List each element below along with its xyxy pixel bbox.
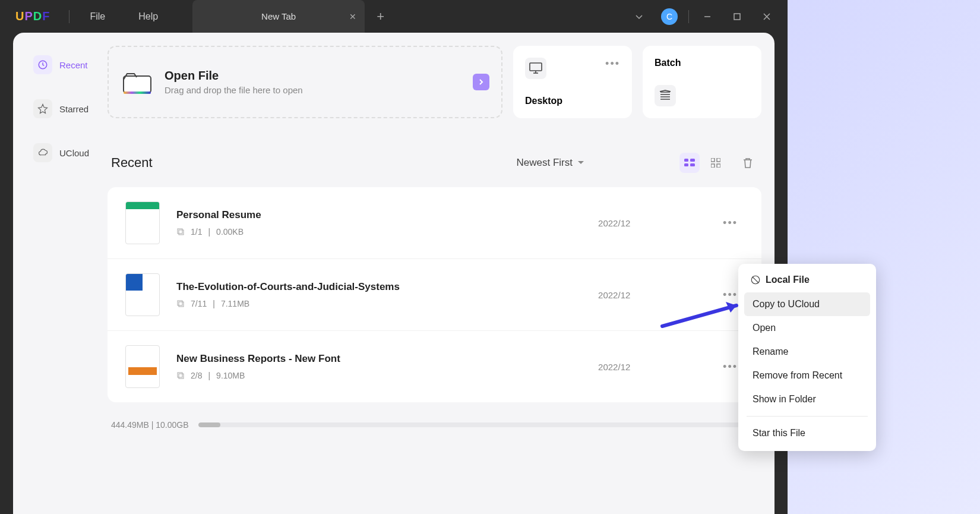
svg-rect-17 xyxy=(179,230,184,235)
open-file-card[interactable]: Open File Drag and drop the file here to… xyxy=(108,46,502,118)
close-icon[interactable] xyxy=(752,5,782,29)
sidebar-item-label: Recent xyxy=(59,60,88,70)
svg-rect-10 xyxy=(684,163,688,166)
sidebar-item-ucloud[interactable]: UCloud xyxy=(26,137,100,168)
open-file-title: Open File xyxy=(165,69,303,83)
context-menu: Local File Copy to UCloud Open Rename Re… xyxy=(738,264,876,451)
batch-card[interactable]: Batch xyxy=(643,46,761,118)
svg-rect-14 xyxy=(711,164,715,168)
desktop-label: Desktop xyxy=(525,96,562,106)
file-thumbnail xyxy=(125,345,160,388)
svg-rect-1 xyxy=(734,14,740,20)
sidebar: Recent Starred UCloud xyxy=(13,33,100,514)
menu-help[interactable]: Help xyxy=(122,11,175,22)
menu-file[interactable]: File xyxy=(73,11,122,22)
window-controls: C xyxy=(624,5,788,29)
app-window: UPDF File Help New Tab ✕ + C xyxy=(0,0,788,514)
context-menu-header: Local File xyxy=(744,270,870,292)
storage-text: 444.49MB | 10.00GB xyxy=(111,420,189,430)
file-size: 0.00KB xyxy=(216,227,244,236)
recent-header: Recent Newest First xyxy=(108,153,761,173)
avatar[interactable]: C xyxy=(661,8,678,25)
main-panel: Open File Drag and drop the file here to… xyxy=(100,33,774,514)
separator xyxy=(688,10,689,23)
ctx-show-folder[interactable]: Show in Folder xyxy=(744,387,870,411)
file-row[interactable]: The-Evolution-of-Courts-and-Judicial-Sys… xyxy=(108,259,761,331)
file-more-icon[interactable]: ••• xyxy=(717,217,744,229)
file-info: The-Evolution-of-Courts-and-Judicial-Sys… xyxy=(176,281,598,308)
svg-rect-19 xyxy=(179,302,184,307)
storage-progress xyxy=(198,422,758,427)
svg-rect-13 xyxy=(717,158,720,162)
ctx-star-file[interactable]: Star this File xyxy=(744,421,870,445)
maximize-icon[interactable] xyxy=(722,5,752,29)
sidebar-item-starred[interactable]: Starred xyxy=(26,93,100,124)
sidebar-item-label: UCloud xyxy=(59,148,89,158)
storage-bar: 444.49MB | 10.00GB xyxy=(108,420,761,442)
batch-label: Batch xyxy=(655,58,681,68)
svg-rect-20 xyxy=(178,373,182,377)
open-file-text: Open File Drag and drop the file here to… xyxy=(165,69,303,95)
open-file-subtitle: Drag and drop the file here to open xyxy=(165,85,303,95)
file-row[interactable]: New Business Reports - New Font 2/8 | 9.… xyxy=(108,331,761,402)
folder-icon xyxy=(121,65,154,99)
file-name: The-Evolution-of-Courts-and-Judicial-Sys… xyxy=(176,281,598,293)
svg-rect-9 xyxy=(690,159,695,162)
app-logo: UPDF xyxy=(0,10,65,23)
desktop-icon xyxy=(525,58,546,79)
file-name: Personal Resume xyxy=(176,209,598,221)
svg-rect-18 xyxy=(178,301,182,305)
star-icon xyxy=(33,99,52,118)
divider xyxy=(747,416,868,417)
sort-label: Newest First xyxy=(517,157,573,169)
file-date: 2022/12 xyxy=(598,362,717,372)
trash-icon[interactable] xyxy=(738,153,758,173)
file-pages: 7/11 xyxy=(191,299,207,308)
ctx-open[interactable]: Open xyxy=(744,316,870,340)
svg-rect-16 xyxy=(178,229,182,234)
file-size: 9.10MB xyxy=(216,371,245,380)
titlebar: UPDF File Help New Tab ✕ + C xyxy=(0,0,788,33)
sort-dropdown[interactable]: Newest First xyxy=(517,157,584,169)
copy-icon xyxy=(176,299,185,308)
tab-new[interactable]: New Tab ✕ xyxy=(192,0,365,33)
file-date: 2022/12 xyxy=(598,218,717,228)
top-cards: Open File Drag and drop the file here to… xyxy=(108,46,761,118)
no-sync-icon xyxy=(750,275,761,285)
file-date: 2022/12 xyxy=(598,290,717,300)
ctx-copy-to-ucloud[interactable]: Copy to UCloud xyxy=(744,292,870,316)
minimize-icon[interactable] xyxy=(693,5,722,29)
ctx-remove-recent[interactable]: Remove from Recent xyxy=(744,364,870,387)
file-info: New Business Reports - New Font 2/8 | 9.… xyxy=(176,353,598,380)
tab-close-icon[interactable]: ✕ xyxy=(349,12,356,21)
more-icon[interactable]: ••• xyxy=(605,58,620,70)
tab-add-icon[interactable]: + xyxy=(377,9,384,24)
desktop-card[interactable]: ••• Desktop xyxy=(513,46,632,118)
cloud-icon xyxy=(33,143,52,162)
content-area: Recent Starred UCloud xyxy=(13,33,774,514)
copy-icon xyxy=(176,371,185,380)
copy-icon xyxy=(176,228,185,236)
sidebar-item-recent[interactable]: Recent xyxy=(26,49,100,80)
stack-icon xyxy=(655,85,676,106)
svg-rect-12 xyxy=(711,158,715,162)
file-thumbnail xyxy=(125,273,160,316)
grid-view-icon[interactable] xyxy=(706,153,726,173)
file-list: Personal Resume 1/1 | 0.00KB 2022/12 ••• xyxy=(108,187,761,402)
list-view-icon[interactable] xyxy=(679,153,700,173)
file-thumbnail xyxy=(125,201,160,244)
svg-rect-3 xyxy=(124,76,151,93)
ctx-rename[interactable]: Rename xyxy=(744,340,870,364)
file-row[interactable]: Personal Resume 1/1 | 0.00KB 2022/12 ••• xyxy=(108,187,761,259)
sidebar-item-label: Starred xyxy=(59,104,88,114)
file-pages: 2/8 xyxy=(191,371,202,380)
recent-heading: Recent xyxy=(111,155,153,171)
file-name: New Business Reports - New Font xyxy=(176,353,598,365)
view-toggle xyxy=(679,153,726,173)
dropdown-icon[interactable] xyxy=(624,5,654,29)
tab-title: New Tab xyxy=(261,11,296,21)
separator xyxy=(69,10,69,23)
clock-icon xyxy=(33,55,52,74)
chevron-right-icon[interactable] xyxy=(473,74,489,90)
svg-line-23 xyxy=(753,277,759,283)
